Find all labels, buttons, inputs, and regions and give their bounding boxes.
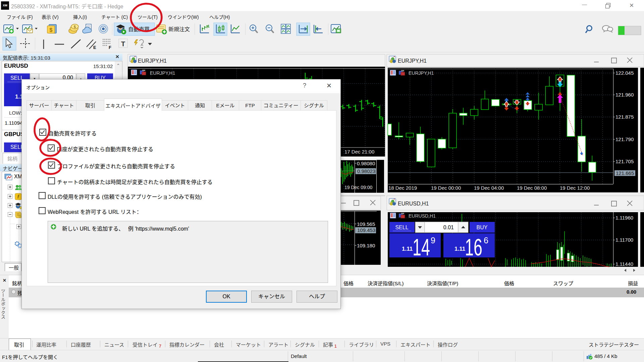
svg-text:19 Dec 04:00: 19 Dec 04:00: [474, 185, 504, 191]
svg-text:EURJPY,H1: EURJPY,H1: [150, 70, 175, 76]
svg-text:1.11440: 1.11440: [615, 261, 633, 267]
svg-text:$: $: [50, 27, 53, 33]
svg-text:EURJPY,H1: EURJPY,H1: [409, 70, 434, 76]
svg-text:新規注文: 新規注文: [168, 26, 190, 32]
svg-text:0.98080: 0.98080: [357, 161, 375, 166]
svg-text:14: 14: [413, 234, 430, 260]
svg-text:0.98023: 0.98023: [357, 168, 375, 174]
svg-text:EURUSD,H1: EURUSD,H1: [398, 201, 429, 206]
svg-text:9: 9: [431, 236, 435, 245]
svg-text:121.960: 121.960: [615, 92, 634, 98]
svg-text:19 Dec 09:00: 19 Dec 09:00: [344, 185, 372, 190]
svg-text:19 Dec 00:00: 19 Dec 00:00: [431, 185, 461, 191]
svg-text:1: 1: [208, 24, 210, 28]
svg-text:109.180: 109.180: [357, 243, 375, 248]
svg-text:BUY: BUY: [477, 225, 488, 230]
svg-text:18 Dec 2019: 18 Dec 2019: [388, 185, 417, 191]
svg-text:122.045: 122.045: [615, 70, 634, 76]
svg-text:E: E: [93, 45, 96, 50]
svg-text:EURUSD,H1: EURUSD,H1: [409, 213, 436, 219]
svg-text:F: F: [109, 45, 111, 50]
svg-text:19 Dec 08:00: 19 Dec 08:00: [517, 185, 547, 191]
svg-text:121.875: 121.875: [615, 114, 634, 120]
svg-text:1.11960: 1.11960: [615, 215, 633, 221]
svg-text:自動売買: 自動売買: [128, 26, 150, 32]
svg-text:6: 6: [484, 236, 488, 245]
svg-text:1.11: 1.11: [402, 246, 413, 252]
svg-text:17 Dec 21:00: 17 Dec 21:00: [344, 149, 374, 155]
svg-text:121.705: 121.705: [615, 159, 634, 164]
svg-text:EURJPY,H1: EURJPY,H1: [138, 58, 167, 64]
svg-text:19 Dec 12:00: 19 Dec 12:00: [560, 185, 590, 191]
svg-text:T: T: [121, 40, 125, 48]
svg-text:5: 5: [74, 25, 76, 29]
svg-text:SELL: SELL: [395, 225, 408, 230]
svg-text:0.01: 0.01: [443, 225, 454, 230]
svg-text:109.565: 109.565: [357, 221, 375, 227]
svg-text:121.665: 121.665: [616, 170, 634, 176]
svg-text:16: 16: [465, 234, 482, 260]
svg-text:109.453: 109.453: [357, 227, 375, 233]
svg-text:EURJPY,H1: EURJPY,H1: [398, 58, 427, 64]
svg-text:1.11700: 1.11700: [615, 237, 633, 243]
svg-text:121.790: 121.790: [615, 136, 634, 142]
svg-text:1.11: 1.11: [454, 246, 465, 252]
